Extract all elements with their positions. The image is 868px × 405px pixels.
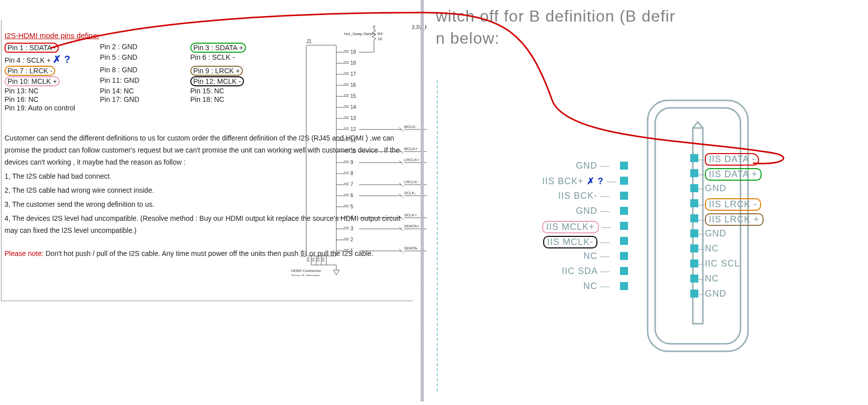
connector-label-right: —NC (695, 243, 719, 254)
connector-pad (620, 282, 628, 290)
svg-text:7: 7 (350, 182, 353, 187)
connector-pad (620, 222, 628, 230)
connector-pad (620, 252, 628, 260)
connector-pad (620, 177, 628, 185)
connector-label-right: —IIC SCL (695, 258, 740, 269)
svg-point-93 (373, 26, 375, 28)
svg-text:3: 3 (350, 226, 353, 231)
svg-text:22: 22 (316, 257, 320, 262)
pin-cell: Pin 18: NC (190, 95, 291, 103)
pin-cell: Pin 6 : SCLK - (190, 53, 291, 65)
svg-text:LRCLK+: LRCLK+ (404, 158, 420, 162)
pin-cell: Pin 12: MCLK - (190, 76, 291, 86)
pin-cell: Pin 1 : SDATA - (5, 43, 100, 53)
connector-pad (690, 184, 698, 192)
svg-text:MCLK-: MCLK- (404, 124, 417, 129)
connector-pad (690, 199, 698, 207)
svg-text:LRCLK-: LRCLK- (404, 180, 419, 184)
svg-text:15: 15 (350, 93, 356, 99)
connector-pad (620, 162, 628, 170)
svg-text:11: 11 (350, 138, 356, 143)
svg-text:Hot_Swap Detect: Hot_Swap Detect (344, 32, 376, 36)
svg-text:21: 21 (311, 257, 315, 262)
connector-label-right: —IIS LRCK - (695, 198, 761, 211)
connector-label-left: NC — (542, 281, 610, 292)
svg-text:SCLK+: SCLK+ (404, 213, 417, 217)
svg-text:MCLK+: MCLK+ (404, 147, 418, 151)
connector-pad (690, 244, 698, 252)
svg-text:9: 9 (350, 160, 353, 165)
pin-cell: Pin 4 : SCLK +✗ ? (5, 53, 100, 65)
split-bar[interactable] (421, 0, 424, 401)
svg-text:8: 8 (350, 171, 353, 176)
connector-label-right: —IIS DATA + (695, 168, 762, 181)
pin-cell: Pin 13: NC (5, 87, 100, 95)
svg-text:17: 17 (350, 71, 356, 77)
svg-text:10: 10 (350, 149, 356, 154)
svg-text:1: 1 (350, 248, 353, 253)
connector-pad (620, 267, 628, 275)
pin-cell: Pin 8 : GND (100, 66, 190, 76)
svg-text:1K: 1K (378, 37, 383, 41)
pin-cell: Pin 2 : GND (100, 43, 190, 53)
connector-pad (690, 154, 698, 162)
connector-pad (690, 290, 698, 298)
connector-label-right: —IIS DATA - (695, 153, 759, 166)
connector-label-left: IIS BCK+ ✗ ? — (542, 176, 610, 187)
pin-cell: Pin 5 : GND (100, 53, 190, 65)
svg-text:2: 2 (350, 237, 353, 242)
svg-text:13: 13 (350, 115, 356, 121)
svg-text:16: 16 (350, 82, 356, 88)
svg-text:SDATA+: SDATA+ (404, 224, 419, 228)
svg-text:Type 'A' Female: Type 'A' Female (291, 274, 320, 276)
connector-label-left: IIS MCLK- — (542, 236, 610, 248)
svg-rect-112 (655, 108, 740, 344)
svg-text:3.3V_F: 3.3V_F (412, 25, 428, 30)
connector-label-left: IIS BCK- — (542, 191, 610, 201)
connector-pad (620, 237, 628, 245)
connector-pad (620, 192, 628, 200)
svg-text:SCLK-: SCLK- (404, 191, 416, 195)
hdmi-connector-graphic (617, 95, 778, 356)
pin-cell: Pin 17: GND (100, 95, 190, 103)
crop-guide (437, 80, 438, 391)
connector-label-right: —NC (695, 274, 719, 284)
connector-label-right: —GND (695, 289, 726, 299)
svg-text:19: 19 (350, 49, 356, 55)
pin-cell: Pin 16: NC (5, 95, 100, 103)
svg-text:6: 6 (350, 193, 353, 198)
svg-text:R9: R9 (378, 32, 383, 36)
connector-pad (690, 169, 698, 177)
connector-pad (620, 207, 628, 215)
please-note-label: Please note: (5, 249, 44, 257)
connector-label-right: —GND (695, 228, 726, 239)
svg-marker-108 (333, 270, 339, 275)
svg-text:HDMI Connector: HDMI Connector (291, 268, 321, 273)
connector-pad (690, 214, 698, 222)
pin-cell: Pin 10: MCLK + (5, 76, 100, 86)
svg-text:12: 12 (350, 126, 356, 132)
pin-cell: Pin 7 : LRCK - (5, 66, 100, 76)
pin19: Pin 19: Auto on control (5, 104, 100, 112)
svg-text:5: 5 (350, 204, 353, 209)
svg-text:18: 18 (350, 60, 356, 66)
connector-pad (690, 275, 698, 283)
right-panel: witch off for B definition (B defir n be… (427, 0, 868, 405)
pin-cell: Pin 11: GND (100, 76, 190, 86)
svg-text:J1: J1 (306, 39, 312, 44)
pin-cell: Pin 9 : LRCK + (190, 66, 291, 76)
question-mark-annotation: ✗ ? (53, 54, 70, 65)
right-header-text: witch off for B definition (B defir n be… (436, 5, 868, 49)
svg-text:20: 20 (306, 257, 310, 262)
connector-label-left: IIS MCLK+ — (542, 221, 610, 233)
connector-pad (690, 229, 698, 237)
connector-label-left: GND — (542, 161, 610, 171)
pin-cell: Pin 15: NC (190, 87, 291, 95)
svg-text:4: 4 (350, 215, 353, 220)
svg-text:23: 23 (321, 257, 325, 262)
connector-label-left: IIC SDA — (542, 266, 610, 277)
connector-label-right: —GND (695, 183, 726, 194)
pin-cell: Pin 3 : SDATA + (190, 43, 291, 53)
connector-label-left: GND — (542, 206, 610, 216)
svg-rect-111 (648, 100, 748, 351)
